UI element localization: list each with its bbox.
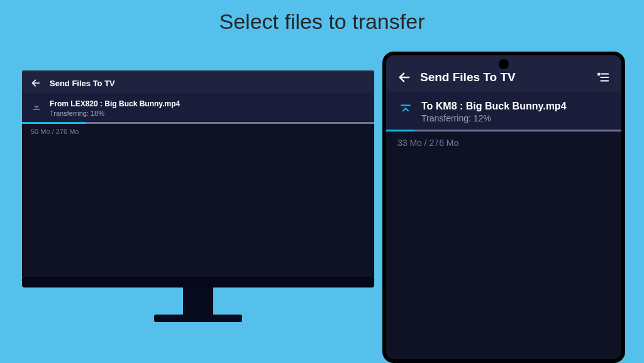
tv-item-title: From LEX820 : Big Buck Bunny.mp4 (50, 99, 180, 108)
phone-transfer-row[interactable]: To KM8 : Big Buck Bunny.mp4 Transferring… (386, 92, 621, 130)
tv-transfer-row[interactable]: From LEX820 : Big Buck Bunny.mp4 Transfe… (22, 93, 374, 122)
phone-header-title: Send Files To TV (420, 70, 516, 84)
tv-screen: Send Files To TV From LEX820 : Big Buck … (22, 70, 374, 278)
phone-item-status: Transferring: 12% (421, 113, 567, 123)
upload-icon (397, 102, 414, 118)
tv-stand-base (154, 315, 242, 322)
sort-icon[interactable] (596, 70, 610, 84)
phone-camera-notch (499, 59, 509, 69)
tv-progress-fill (22, 122, 86, 124)
tv-bezel (22, 278, 374, 288)
tv-stand-neck (183, 288, 213, 316)
phone-progress-fill (386, 130, 414, 131)
tv-progress-bar (22, 122, 374, 124)
svg-rect-1 (33, 109, 40, 111)
tv-header-title: Send Files To TV (50, 79, 115, 88)
svg-rect-8 (401, 104, 410, 106)
page-title: Select files to transfer (0, 9, 644, 34)
back-arrow-icon[interactable] (31, 78, 41, 88)
download-icon (31, 101, 42, 112)
phone-bytes-text: 33 Mo / 276 Mo (386, 131, 621, 154)
back-arrow-icon[interactable] (397, 70, 411, 84)
tv-app-header: Send Files To TV (22, 72, 374, 93)
tv-item-status: Transferring: 18% (50, 109, 180, 117)
phone-progress-bar (386, 130, 621, 131)
tv-bytes-text: 50 Mo / 276 Mo (22, 124, 374, 139)
phone-screen: Send Files To TV To KM8 : Big Buck Bunny… (382, 52, 625, 363)
phone-item-title: To KM8 : Big Buck Bunny.mp4 (421, 101, 567, 112)
